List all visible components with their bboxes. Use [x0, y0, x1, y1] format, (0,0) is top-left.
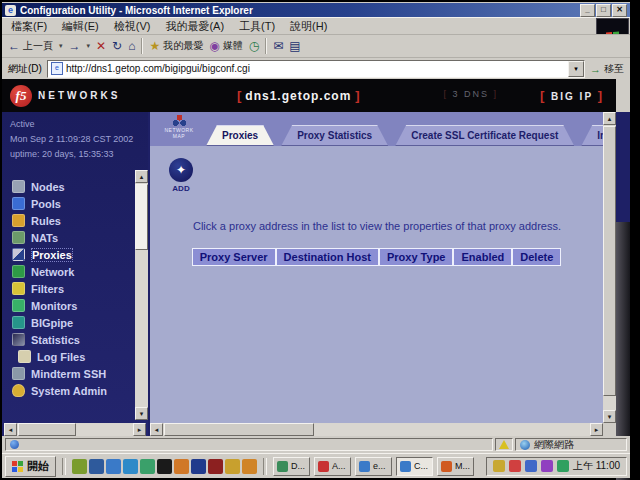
quicklaunch-icon-4[interactable] [123, 459, 138, 474]
main-vertical-scrollbar[interactable]: ▴ ▾ [603, 112, 616, 423]
quicklaunch-icon-1[interactable] [72, 459, 87, 474]
forward-button[interactable]: → [69, 40, 81, 52]
task-button-5[interactable]: M... [437, 457, 474, 476]
column-proxy-type: Proxy Type [379, 248, 454, 266]
go-button[interactable]: → 移至 [590, 62, 624, 76]
log-files-icon [18, 350, 31, 363]
menu-view[interactable]: 檢視(V) [114, 19, 151, 34]
quicklaunch-icon-6[interactable] [157, 459, 172, 474]
menu-favorites[interactable]: 我的最愛(A) [165, 19, 224, 34]
sidebar-item-filters[interactable]: Filters [12, 282, 107, 295]
menu-help[interactable]: 說明(H) [290, 19, 327, 34]
close-button[interactable]: ✕ [612, 4, 627, 17]
menu-file[interactable]: 檔案(F) [11, 19, 47, 34]
scrollbar-thumb[interactable] [603, 126, 616, 396]
sidebar-item-monitors[interactable]: Monitors [12, 299, 107, 312]
ie-window-icon: e [5, 5, 16, 16]
quicklaunch-icon-10[interactable] [225, 459, 240, 474]
network-map-widget[interactable]: NETWORK MAP [158, 114, 200, 139]
page-icon: e [51, 62, 63, 75]
maximize-button[interactable]: □ [596, 4, 611, 17]
start-button[interactable]: 開始 [5, 456, 56, 477]
rules-icon [12, 214, 25, 227]
scroll-right-icon[interactable]: ▸ [133, 423, 146, 436]
task-button-1[interactable]: D... [273, 457, 310, 476]
refresh-button[interactable]: ↻ [112, 40, 122, 52]
sidebar-item-statistics[interactable]: Statistics [12, 333, 107, 346]
sidebar-item-mindterm-ssh[interactable]: Mindterm SSH [12, 367, 107, 380]
sidebar-item-system-admin[interactable]: System Admin [12, 384, 107, 397]
minimize-button[interactable]: _ [580, 4, 595, 17]
task-button-3[interactable]: e... [355, 457, 392, 476]
sidebar-item-log-files[interactable]: Log Files [12, 350, 107, 363]
scroll-up-icon[interactable]: ▴ [603, 112, 616, 125]
proxy-table-header-row: Proxy Server Destination Host Proxy Type… [150, 248, 603, 266]
bracket-icon: ] [355, 88, 359, 103]
task-button-ie-active[interactable]: C... [396, 457, 433, 476]
scroll-right-icon[interactable]: ▸ [590, 423, 603, 436]
quicklaunch-icon-3[interactable] [106, 459, 121, 474]
scroll-down-icon[interactable]: ▾ [603, 410, 616, 423]
address-field: e ▾ [47, 60, 585, 78]
address-input[interactable] [66, 63, 565, 74]
menu-edit[interactable]: 編輯(E) [62, 19, 99, 34]
sidebar-item-nodes[interactable]: Nodes [12, 180, 107, 193]
main-horizontal-scrollbar[interactable]: ◂ ▸ [150, 423, 603, 436]
sidebar-horizontal-scrollbar[interactable]: ◂ ▸ [4, 423, 146, 436]
scrollbar-thumb[interactable] [18, 423, 76, 436]
scrollbar-thumb[interactable] [135, 184, 148, 250]
print-button[interactable]: ▤ [289, 40, 300, 52]
home-button[interactable]: ⌂ [128, 40, 135, 52]
sidebar-item-rules[interactable]: Rules [12, 214, 107, 227]
media-icon: ◉ [209, 40, 219, 52]
quicklaunch-icon-9[interactable] [208, 459, 223, 474]
quicklaunch-icon-11[interactable] [242, 459, 257, 474]
network-map-icon [172, 114, 187, 126]
document-icon [10, 440, 19, 449]
menu-tools[interactable]: 工具(T) [239, 19, 275, 34]
clock[interactable]: 上午 11:00 [573, 459, 620, 473]
tray-icon-5[interactable] [557, 460, 569, 472]
quicklaunch-icon-5[interactable] [140, 459, 155, 474]
task-button-2[interactable]: A... [314, 457, 351, 476]
network-icon [12, 265, 25, 278]
product-3dns: [ 3 DNS ] [443, 89, 498, 99]
sidebar-item-nats[interactable]: NATs [12, 231, 107, 244]
scroll-left-icon[interactable]: ◂ [150, 423, 163, 436]
back-dropdown[interactable]: ▾ [59, 42, 63, 50]
stop-button[interactable]: ✕ [96, 40, 106, 52]
toolbar-separator [141, 38, 143, 54]
back-button[interactable]: ← 上一頁 [8, 39, 53, 53]
history-icon: ◷ [249, 40, 259, 52]
forward-dropdown[interactable]: ▾ [87, 42, 91, 50]
quicklaunch-icon-7[interactable] [174, 459, 189, 474]
history-button[interactable]: ◷ [249, 40, 259, 52]
scrollbar-thumb[interactable] [164, 423, 314, 436]
sidebar-item-network[interactable]: Network [12, 265, 107, 278]
sidebar-item-bigpipe[interactable]: BIGpipe [12, 316, 107, 329]
tab-proxies[interactable]: Proxies [206, 125, 274, 146]
quicklaunch-icon-8[interactable] [191, 459, 206, 474]
tray-icon-1[interactable] [493, 460, 505, 472]
quicklaunch-icon-2[interactable] [89, 459, 104, 474]
browser-titlebar: e Configuration Utility - Microsoft Inte… [2, 3, 630, 17]
tab-proxy-statistics[interactable]: Proxy Statistics [281, 125, 388, 146]
scroll-down-icon[interactable]: ▾ [135, 407, 148, 420]
mail-button[interactable]: ✉ [273, 40, 283, 52]
sidebar-vertical-scrollbar[interactable]: ▴ ▾ [135, 170, 148, 420]
sidebar-item-proxies[interactable]: Proxies [12, 248, 107, 261]
security-zone: 網際網路 [515, 438, 627, 451]
scroll-left-icon[interactable]: ◂ [4, 423, 17, 436]
tab-create-ssl-certificate-request[interactable]: Create SSL Certificate Request [395, 125, 574, 146]
favorites-button[interactable]: ★ 我的最愛 [149, 39, 203, 53]
scroll-up-icon[interactable]: ▴ [135, 170, 148, 183]
media-button[interactable]: ◉ 媒體 [209, 39, 242, 53]
tray-icon-3[interactable] [525, 460, 537, 472]
tray-icon-4[interactable] [541, 460, 553, 472]
tab-install-ssl-certificate[interactable]: Install SSL Certif [581, 125, 603, 146]
bigpipe-icon [12, 316, 25, 329]
tray-icon-2[interactable] [509, 460, 521, 472]
address-dropdown[interactable]: ▾ [568, 61, 584, 77]
sidebar-item-pools[interactable]: Pools [12, 197, 107, 210]
add-proxy-button[interactable]: ✦ ADD [166, 158, 196, 193]
